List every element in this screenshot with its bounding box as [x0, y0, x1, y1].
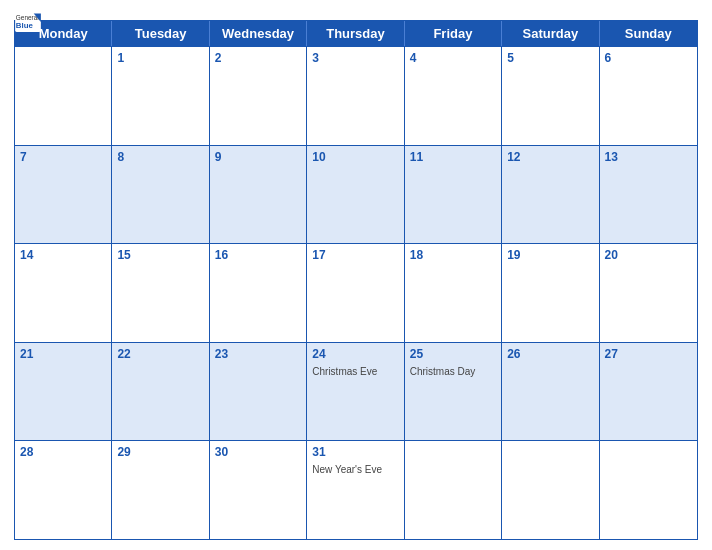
cell-day-number: 17	[312, 247, 398, 264]
calendar-cell: 27	[600, 343, 697, 441]
weekday-header: Sunday	[600, 21, 697, 46]
calendar-cell: 13	[600, 146, 697, 244]
weekday-header: Wednesday	[210, 21, 307, 46]
logo-svg: General Blue	[14, 12, 42, 32]
calendar-cell: 5	[502, 47, 599, 145]
weekday-header: Tuesday	[112, 21, 209, 46]
weekday-header: Friday	[405, 21, 502, 46]
cell-event: Christmas Eve	[312, 365, 398, 378]
calendar-cell: 14	[15, 244, 112, 342]
calendar-cell: 15	[112, 244, 209, 342]
calendar-header: General Blue	[14, 10, 698, 14]
calendar-cell: 10	[307, 146, 404, 244]
cell-day-number: 11	[410, 149, 496, 166]
weekday-header: Thursday	[307, 21, 404, 46]
cell-day-number: 8	[117, 149, 203, 166]
calendar-cell: 26	[502, 343, 599, 441]
cell-day-number: 10	[312, 149, 398, 166]
generalblue-logo: General Blue	[14, 12, 42, 32]
cell-day-number: 20	[605, 247, 692, 264]
calendar-cell: 12	[502, 146, 599, 244]
cell-day-number: 14	[20, 247, 106, 264]
calendar-week: 14151617181920	[15, 243, 697, 342]
calendar-cell: 25Christmas Day	[405, 343, 502, 441]
calendar-cell: 6	[600, 47, 697, 145]
cell-day-number: 31	[312, 444, 398, 461]
cell-day-number: 4	[410, 50, 496, 67]
calendar-cell: 24Christmas Eve	[307, 343, 404, 441]
cell-day-number: 7	[20, 149, 106, 166]
calendar-cell: 30	[210, 441, 307, 539]
calendar-cell: 9	[210, 146, 307, 244]
calendar-cell: 0	[600, 441, 697, 539]
cell-day-number: 26	[507, 346, 593, 363]
cell-day-number: 0	[605, 444, 692, 461]
calendar-cell: 21	[15, 343, 112, 441]
calendar-cell: 4	[405, 47, 502, 145]
calendar-cell: 22	[112, 343, 209, 441]
calendar-cell: 7	[15, 146, 112, 244]
cell-day-number: 3	[312, 50, 398, 67]
calendar-cell: 8	[112, 146, 209, 244]
calendar-cell: 0	[15, 47, 112, 145]
calendar-cell: 0	[502, 441, 599, 539]
calendar-week: 28293031New Year's Eve000	[15, 440, 697, 539]
calendar-week: 21222324Christmas Eve25Christmas Day2627	[15, 342, 697, 441]
calendar-cell: 20	[600, 244, 697, 342]
calendar-cell: 1	[112, 47, 209, 145]
calendar-cell: 18	[405, 244, 502, 342]
cell-day-number: 13	[605, 149, 692, 166]
cell-day-number: 12	[507, 149, 593, 166]
calendar-cell: 31New Year's Eve	[307, 441, 404, 539]
svg-text:Blue: Blue	[16, 21, 34, 30]
calendar-cell: 28	[15, 441, 112, 539]
cell-day-number: 0	[20, 50, 106, 67]
calendar-cell: 3	[307, 47, 404, 145]
cell-day-number: 27	[605, 346, 692, 363]
cell-day-number: 19	[507, 247, 593, 264]
calendar-cell: 17	[307, 244, 404, 342]
calendar-week: 0123456	[15, 46, 697, 145]
cell-day-number: 29	[117, 444, 203, 461]
cell-day-number: 1	[117, 50, 203, 67]
cell-day-number: 18	[410, 247, 496, 264]
cell-day-number: 24	[312, 346, 398, 363]
cell-day-number: 0	[410, 444, 496, 461]
cell-event: New Year's Eve	[312, 463, 398, 476]
cell-day-number: 21	[20, 346, 106, 363]
cell-day-number: 9	[215, 149, 301, 166]
calendar-cell: 19	[502, 244, 599, 342]
weekday-header: Saturday	[502, 21, 599, 46]
cell-day-number: 28	[20, 444, 106, 461]
calendar-cell: 23	[210, 343, 307, 441]
cell-day-number: 16	[215, 247, 301, 264]
cell-day-number: 0	[507, 444, 593, 461]
calendar-body: 0123456789101112131415161718192021222324…	[15, 46, 697, 539]
cell-day-number: 15	[117, 247, 203, 264]
calendar-page: General Blue MondayTuesdayWednesdayThurs…	[0, 0, 712, 550]
calendar-grid: MondayTuesdayWednesdayThursdayFridaySatu…	[14, 20, 698, 540]
calendar-week: 78910111213	[15, 145, 697, 244]
calendar-cell: 16	[210, 244, 307, 342]
cell-day-number: 2	[215, 50, 301, 67]
calendar-cell: 29	[112, 441, 209, 539]
cell-day-number: 5	[507, 50, 593, 67]
cell-day-number: 23	[215, 346, 301, 363]
cell-day-number: 6	[605, 50, 692, 67]
cell-day-number: 25	[410, 346, 496, 363]
calendar-cell: 11	[405, 146, 502, 244]
calendar-cell: 2	[210, 47, 307, 145]
calendar-cell: 0	[405, 441, 502, 539]
cell-event: Christmas Day	[410, 365, 496, 378]
cell-day-number: 22	[117, 346, 203, 363]
cell-day-number: 30	[215, 444, 301, 461]
calendar-weekday-headers: MondayTuesdayWednesdayThursdayFridaySatu…	[15, 21, 697, 46]
